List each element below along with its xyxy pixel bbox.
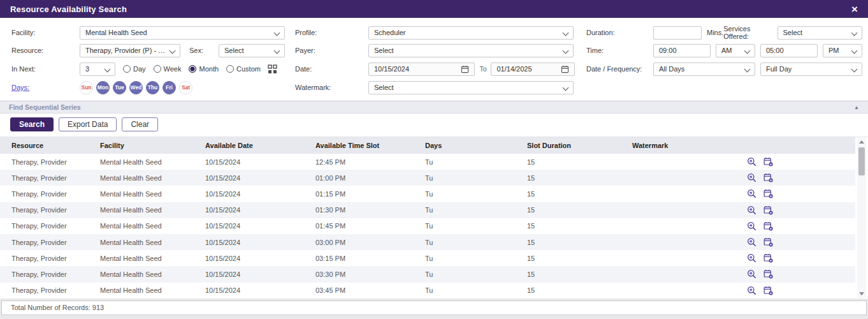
watermark-select[interactable]: Select — [368, 81, 574, 94]
table-row[interactable]: Therapy, Provider Mental Health Seed 10/… — [0, 250, 855, 266]
day-chip-thu[interactable]: Thu — [146, 81, 159, 94]
date-to-field[interactable]: 01/14/2025 — [491, 63, 575, 76]
scroll-thumb[interactable] — [858, 147, 865, 175]
radio-month[interactable]: Month — [189, 65, 219, 73]
zoom-in-icon[interactable] — [747, 221, 756, 231]
cell-days: Tu — [425, 174, 527, 182]
book-appointment-icon[interactable] — [763, 269, 773, 279]
header-available-date[interactable]: Available Date — [205, 142, 315, 149]
time-end-meridiem-select[interactable]: PM — [823, 44, 862, 57]
table-row[interactable]: Therapy, Provider Mental Health Seed 10/… — [0, 186, 855, 202]
time-start-input[interactable] — [653, 44, 711, 57]
book-appointment-icon[interactable] — [763, 189, 773, 198]
header-resource[interactable]: Resource — [0, 142, 100, 149]
row-actions — [741, 253, 792, 263]
cell-available-time-slot: 01:30 PM — [315, 206, 425, 214]
radio-dot[interactable] — [123, 65, 131, 73]
cell-available-time-slot: 01:00 PM — [315, 174, 425, 182]
cell-resource: Therapy, Provider — [0, 271, 100, 278]
zoom-in-icon[interactable] — [747, 173, 756, 182]
table-row[interactable]: Therapy, Provider Mental Health Seed 10/… — [0, 154, 855, 170]
table-row[interactable]: Therapy, Provider Mental Health Seed 10/… — [0, 266, 855, 282]
radio-dot[interactable] — [154, 65, 161, 73]
close-icon[interactable]: × — [851, 4, 858, 15]
radio-custom[interactable]: Custom — [226, 65, 261, 73]
day-chip-sat[interactable]: Sat — [179, 81, 192, 94]
book-appointment-icon[interactable] — [763, 205, 773, 215]
cell-available-time-slot: 01:15 PM — [315, 190, 425, 198]
scroll-up-icon — [859, 140, 864, 144]
header-facility[interactable]: Facility — [100, 142, 205, 149]
book-appointment-icon[interactable] — [763, 286, 773, 295]
zoom-in-icon[interactable] — [747, 253, 756, 263]
header-slot-duration[interactable]: Slot Duration — [527, 142, 632, 149]
table-row[interactable]: Therapy, Provider Mental Health Seed 10/… — [0, 218, 855, 234]
cell-available-time-slot: 03:30 PM — [315, 271, 425, 278]
clear-button[interactable]: Clear — [122, 117, 158, 131]
date-from-field[interactable]: 10/15/2024 — [368, 63, 475, 76]
facility-select[interactable]: Mental Health Seed — [80, 26, 285, 40]
zoom-in-icon[interactable] — [747, 237, 756, 247]
zoom-in-icon[interactable] — [747, 269, 756, 279]
scroll-down-icon — [859, 292, 864, 295]
day-chip-fri[interactable]: Fri — [163, 81, 176, 94]
day-chip-tue[interactable]: Tue — [113, 81, 126, 94]
table-row[interactable]: Therapy, Provider Mental Health Seed 10/… — [0, 170, 855, 186]
table-row[interactable]: Therapy, Provider Mental Health Seed 10/… — [0, 202, 855, 218]
zoom-in-icon[interactable] — [747, 157, 756, 167]
profile-select[interactable]: Scheduler — [368, 26, 574, 40]
watermark-label: Watermark: — [295, 84, 368, 91]
zoom-in-icon[interactable] — [747, 286, 756, 295]
scroll-up-button[interactable] — [857, 138, 866, 146]
zoom-in-icon[interactable] — [747, 205, 756, 215]
cell-slot-duration: 15 — [527, 158, 632, 166]
radio-week[interactable]: Week — [154, 65, 182, 73]
header-days[interactable]: Days — [425, 142, 527, 149]
book-appointment-icon[interactable] — [763, 173, 773, 182]
date-frequency-days-select[interactable]: All Days — [653, 63, 755, 76]
duration-input[interactable] — [653, 26, 702, 40]
cell-resource: Therapy, Provider — [0, 239, 100, 246]
calendar-icon[interactable] — [561, 65, 569, 73]
scroll-down-button[interactable] — [857, 290, 866, 298]
calendar-icon[interactable] — [461, 65, 469, 73]
days-link[interactable]: Days: — [11, 84, 80, 91]
resource-select[interactable]: Therapy, Provider (P) - Mental H... — [80, 44, 180, 57]
book-appointment-icon[interactable] — [763, 237, 773, 247]
time-start-meridiem-select[interactable]: AM — [716, 44, 755, 57]
payer-select[interactable]: Select — [368, 44, 574, 57]
table-scrollbar[interactable] — [857, 138, 866, 298]
day-chip-sun[interactable]: Sun — [80, 81, 93, 94]
header-watermark[interactable]: Watermark — [632, 142, 741, 149]
cell-available-date: 10/15/2024 — [205, 174, 315, 182]
cell-days: Tu — [425, 158, 527, 166]
collapse-section-icon[interactable]: ▲ — [854, 105, 859, 110]
payer-label: Payer: — [295, 47, 368, 54]
sex-select[interactable]: Select — [219, 44, 285, 57]
row-actions — [741, 189, 792, 198]
date-frequency-day-part-select[interactable]: Full Day — [760, 63, 862, 76]
time-label: Time: — [586, 47, 653, 54]
search-button[interactable]: Search — [10, 117, 54, 131]
table-row[interactable]: Therapy, Provider Mental Health Seed 10/… — [0, 234, 855, 250]
table-row[interactable]: Therapy, Provider Mental Health Seed 10/… — [0, 283, 855, 299]
cell-days: Tu — [425, 255, 527, 262]
book-appointment-icon[interactable] — [763, 253, 773, 263]
find-sequential-series-section[interactable]: Find Sequential Series ▲ — [0, 101, 868, 114]
book-appointment-icon[interactable] — [763, 157, 773, 167]
header-available-time-slot[interactable]: Available Time Slot — [315, 142, 425, 149]
grid-view-icon[interactable] — [268, 64, 277, 74]
day-chip-mon[interactable]: Mon — [96, 81, 110, 94]
services-offered-select[interactable]: Select — [778, 26, 863, 40]
zoom-in-icon[interactable] — [747, 189, 756, 198]
cell-slot-duration: 15 — [527, 271, 632, 278]
time-end-input[interactable] — [760, 44, 818, 57]
day-chip-wed[interactable]: Wed — [129, 81, 143, 94]
in-next-count-select[interactable]: 3 — [80, 63, 115, 76]
radio-day[interactable]: Day — [123, 65, 146, 73]
export-data-button[interactable]: Export Data — [59, 117, 117, 131]
radio-dot[interactable] — [189, 65, 196, 73]
radio-dot[interactable] — [226, 65, 234, 73]
book-appointment-icon[interactable] — [763, 221, 773, 231]
cell-available-time-slot: 03:00 PM — [315, 239, 425, 246]
